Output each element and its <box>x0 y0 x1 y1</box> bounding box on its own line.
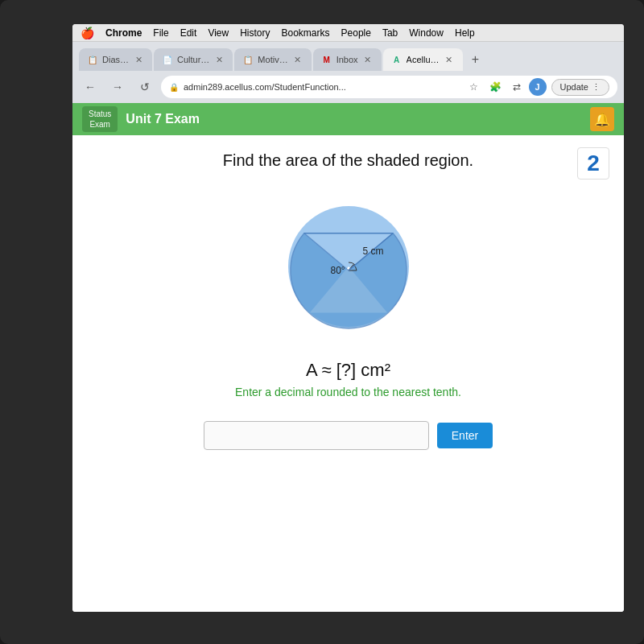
lock-icon: 🔒 <box>169 83 179 92</box>
apple-icon: 🍎 <box>80 27 94 39</box>
tab-dias-icon: 📋 <box>87 54 98 65</box>
notification-icon[interactable]: 🔔 <box>590 107 614 131</box>
tab-dias[interactable]: 📋 Dias… ✕ <box>79 48 152 71</box>
answer-input[interactable] <box>204 421 429 450</box>
exam-label: Exam <box>89 119 111 130</box>
tab-dias-label: Dias… <box>102 55 129 64</box>
tab-inbox-icon: M <box>321 54 332 65</box>
input-row: Enter <box>204 421 493 450</box>
update-button[interactable]: Update ⋮ <box>551 79 609 96</box>
address-bar-row: ← → ↺ 🔒 admin289.acellus.com/StudentFunc… <box>72 71 624 103</box>
status-label: Status <box>89 109 111 119</box>
tab-cultur[interactable]: 📄 Cultur… ✕ <box>154 48 233 71</box>
reload-button[interactable]: ↺ <box>134 76 156 98</box>
sync-icon[interactable]: ⇄ <box>510 80 524 94</box>
history-menu[interactable]: History <box>240 27 270 39</box>
tab-motiv-label: Motiv… <box>258 55 287 64</box>
help-menu[interactable]: Help <box>455 27 475 39</box>
browser: 📋 Dias… ✕ 📄 Cultur… ✕ 📋 Motiv… ✕ M Inbox <box>72 42 624 612</box>
back-button[interactable]: ← <box>79 76 101 98</box>
formula: A ≈ [?] cm² <box>306 360 390 381</box>
tab-bar: 📋 Dias… ✕ 📄 Cultur… ✕ 📋 Motiv… ✕ M Inbox <box>72 42 624 71</box>
user-avatar[interactable]: J <box>529 78 547 96</box>
hint-text: Enter a decimal rounded to the nearest t… <box>235 386 461 398</box>
question-text: Find the area of the shaded region. <box>223 151 473 170</box>
url-text: admin289.acellus.com/StudentFunction... <box>184 82 461 92</box>
angle-label: 80° <box>331 265 345 276</box>
update-menu-icon: ⋮ <box>592 82 601 93</box>
question-number: 2 <box>577 147 609 180</box>
laptop-frame: 🍎 Chrome File Edit View History Bookmark… <box>0 0 644 644</box>
tab-motiv-icon: 📋 <box>242 54 254 65</box>
file-menu[interactable]: File <box>153 27 168 39</box>
tab-motiv-close[interactable]: ✕ <box>292 54 303 65</box>
edit-menu[interactable]: Edit <box>180 27 197 39</box>
window-menu[interactable]: Window <box>409 27 444 39</box>
screen: 🍎 Chrome File Edit View History Bookmark… <box>72 24 624 612</box>
status-exam-badge: Status Exam <box>82 106 118 132</box>
tab-menu[interactable]: Tab <box>382 27 398 39</box>
extension-icon[interactable]: 🧩 <box>486 80 505 94</box>
tab-acellu[interactable]: A Acellu… ✕ <box>383 48 463 71</box>
chrome-menu[interactable]: Chrome <box>105 27 142 39</box>
forward-button[interactable]: → <box>106 76 129 98</box>
formula-text: A ≈ [?] cm² <box>306 360 390 380</box>
star-icon[interactable]: ☆ <box>466 80 481 94</box>
question-area: Find the area of the shaded region. <box>72 135 624 466</box>
new-tab-button[interactable]: + <box>464 48 487 71</box>
tab-cultur-icon: 📄 <box>162 54 173 65</box>
tab-motiv[interactable]: 📋 Motiv… ✕ <box>234 48 311 71</box>
acellus-header: Status Exam Unit 7 Exam 🔔 <box>72 103 624 135</box>
page-content: Status Exam Unit 7 Exam 🔔 2 Find the are… <box>72 103 624 612</box>
tab-cultur-close[interactable]: ✕ <box>213 54 225 65</box>
menu-bar: 🍎 Chrome File Edit View History Bookmark… <box>72 24 624 42</box>
update-label: Update <box>560 82 588 92</box>
tab-inbox-close[interactable]: ✕ <box>362 54 374 65</box>
tab-acellu-close[interactable]: ✕ <box>444 54 455 65</box>
enter-button[interactable]: Enter <box>437 423 493 448</box>
bookmarks-menu[interactable]: Bookmarks <box>282 27 330 39</box>
tab-inbox-label: Inbox <box>336 55 358 64</box>
exam-title: Unit 7 Exam <box>126 112 200 126</box>
tab-cultur-label: Cultur… <box>177 55 209 64</box>
tab-acellu-icon: A <box>391 54 402 65</box>
view-menu[interactable]: View <box>208 27 229 39</box>
people-menu[interactable]: People <box>341 27 371 39</box>
diagram-container: 80° 5 cm <box>276 194 421 339</box>
tab-dias-close[interactable]: ✕ <box>133 54 144 65</box>
circle-diagram <box>276 194 421 339</box>
radius-label: 5 cm <box>363 246 384 257</box>
tab-inbox[interactable]: M Inbox ✕ <box>313 48 382 71</box>
address-bar[interactable]: 🔒 admin289.acellus.com/StudentFunction..… <box>161 76 617 98</box>
tab-acellu-label: Acellu… <box>407 55 440 64</box>
